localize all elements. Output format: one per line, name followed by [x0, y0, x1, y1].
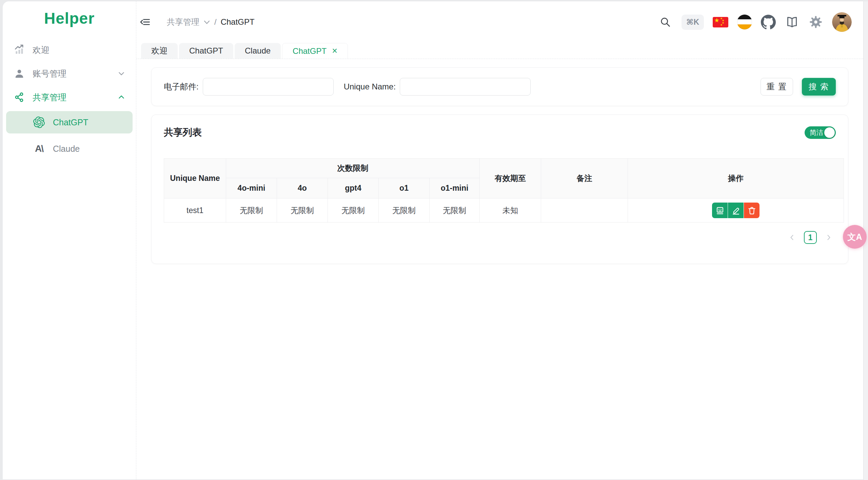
breadcrumb: 共享管理 / ChatGPT — [167, 17, 255, 27]
sidebar-item-share-management[interactable]: 共享管理 — [6, 87, 133, 107]
brand-logo: Helper — [3, 1, 136, 35]
email-input[interactable] — [203, 78, 334, 96]
sidebar-item-welcome[interactable]: 欢迎 — [6, 40, 133, 60]
sidebar-item-accounts[interactable]: 账号管理 — [6, 64, 133, 83]
header-actions: ⌘K ★ ★ ★ ★ ★ — [658, 12, 852, 32]
cell-unique-name: test1 — [164, 199, 226, 223]
chevron-up-icon — [118, 93, 125, 101]
breadcrumb-current: ChatGPT — [221, 17, 255, 27]
open-session-button[interactable] — [712, 203, 728, 218]
cell-limit-o1: 无限制 — [379, 199, 430, 223]
search-button[interactable]: 搜 索 — [802, 78, 836, 96]
language-flag-icon[interactable]: ★ ★ ★ ★ ★ — [713, 17, 728, 27]
sidebar-collapse-icon[interactable] — [138, 15, 153, 29]
email-label: 电子邮件: — [164, 81, 199, 92]
col-header-gpt4: gpt4 — [328, 178, 379, 199]
anthropic-icon: A\ — [33, 143, 45, 154]
list-header: 共享列表 简洁 — [164, 125, 836, 140]
breadcrumb-separator: / — [214, 17, 217, 27]
page-number[interactable]: 1 — [804, 231, 817, 244]
translate-icon: 文A — [847, 231, 862, 243]
tab-welcome[interactable]: 欢迎 — [141, 43, 178, 59]
next-page-icon[interactable] — [822, 231, 835, 244]
theme-circle-icon[interactable] — [737, 15, 752, 29]
prev-page-icon[interactable] — [786, 231, 798, 244]
search-icon[interactable] — [658, 15, 673, 29]
breadcrumb-parent[interactable]: 共享管理 — [167, 17, 199, 27]
sidebar-item-label: 共享管理 — [33, 92, 66, 103]
sidebar-item-chatgpt[interactable]: ChatGPT — [6, 111, 133, 133]
col-header-valid-until: 有效期至 — [480, 159, 541, 199]
col-header-4o: 4o — [277, 178, 328, 199]
share-table: Unique Name 次数限制 有效期至 备注 操作 4o-mini 4o g… — [164, 158, 844, 223]
col-header-remark: 备注 — [541, 159, 628, 199]
cell-limit-gpt4: 无限制 — [328, 199, 379, 223]
trash-icon — [747, 206, 756, 215]
docs-book-icon[interactable] — [785, 15, 800, 29]
reset-button[interactable]: 重 置 — [761, 78, 793, 96]
sidebar-item-label: 欢迎 — [33, 44, 50, 56]
chevron-down-icon — [203, 17, 210, 27]
cell-remark — [541, 199, 628, 223]
email-field-group: 电子邮件: — [164, 78, 334, 96]
user-avatar[interactable] — [832, 12, 852, 32]
col-header-o1: o1 — [379, 178, 430, 199]
tab-claude[interactable]: Claude — [235, 43, 281, 59]
openai-icon — [33, 117, 45, 128]
sidebar-item-label: ChatGPT — [53, 118, 88, 127]
page-content: 电子邮件: Unique Name: 重 置 搜 索 共享列表 简洁 — [136, 59, 863, 479]
toggle-knob — [824, 127, 835, 138]
toggle-label: 简洁 — [810, 128, 823, 137]
user-icon — [14, 68, 25, 79]
col-header-unique-name: Unique Name — [164, 159, 226, 199]
chevron-down-icon — [118, 70, 125, 77]
cell-valid-until: 未知 — [480, 199, 541, 223]
main-area: 共享管理 / ChatGPT ⌘K ★ ★ ★ — [136, 1, 863, 479]
trend-chart-icon — [14, 44, 25, 56]
edit-button[interactable] — [728, 203, 744, 218]
form-actions: 重 置 搜 索 — [761, 78, 836, 96]
pagination: 1 — [164, 231, 836, 244]
settings-gear-icon[interactable] — [808, 15, 823, 29]
col-header-actions: 操作 — [628, 159, 844, 199]
tab-chatgpt-menu[interactable]: ChatGPT — [179, 43, 233, 59]
unique-name-label: Unique Name: — [344, 82, 396, 91]
unique-name-field-group: Unique Name: — [344, 78, 531, 96]
col-header-limits-group: 次数限制 — [226, 159, 480, 178]
cell-limit-4o-mini: 无限制 — [226, 199, 277, 223]
sidebar: Helper 欢迎 — [3, 1, 136, 479]
cell-actions — [628, 199, 844, 223]
row-action-group — [712, 203, 760, 218]
app-window: Helper 欢迎 — [3, 1, 863, 479]
delete-button[interactable] — [744, 203, 760, 218]
col-header-4o-mini: 4o-mini — [226, 178, 277, 199]
edit-pencil-icon — [731, 206, 741, 215]
search-filter-card: 电子邮件: Unique Name: 重 置 搜 索 — [151, 67, 848, 106]
share-nodes-icon — [14, 91, 25, 103]
sidebar-item-label: 账号管理 — [33, 68, 66, 79]
compact-mode-toggle[interactable]: 简洁 — [805, 126, 836, 139]
sidebar-item-claude[interactable]: A\ Claude — [6, 138, 133, 160]
github-icon[interactable] — [761, 15, 776, 29]
close-icon[interactable]: × — [332, 46, 337, 56]
cell-limit-o1-mini: 无限制 — [430, 199, 480, 223]
unique-name-input[interactable] — [400, 78, 531, 96]
tab-bar: 欢迎 ChatGPT Claude ChatGPT × — [136, 43, 863, 59]
sidebar-menu: 欢迎 账号管理 — [3, 35, 136, 160]
top-bar: 共享管理 / ChatGPT ⌘K ★ ★ ★ — [136, 1, 863, 43]
col-header-o1-mini: o1-mini — [430, 178, 480, 199]
share-list-card: 共享列表 简洁 Unique Name 次数限制 — [151, 114, 848, 264]
cell-limit-4o: 无限制 — [277, 199, 328, 223]
keyboard-shortcut-badge[interactable]: ⌘K — [682, 15, 704, 30]
sidebar-item-label: Claude — [53, 144, 80, 154]
translate-float-button[interactable]: 文A — [843, 225, 867, 249]
tab-chatgpt-active[interactable]: ChatGPT × — [282, 43, 348, 59]
list-title: 共享列表 — [164, 126, 202, 139]
table-row: test1 无限制 无限制 无限制 无限制 无限制 未知 — [164, 199, 844, 223]
